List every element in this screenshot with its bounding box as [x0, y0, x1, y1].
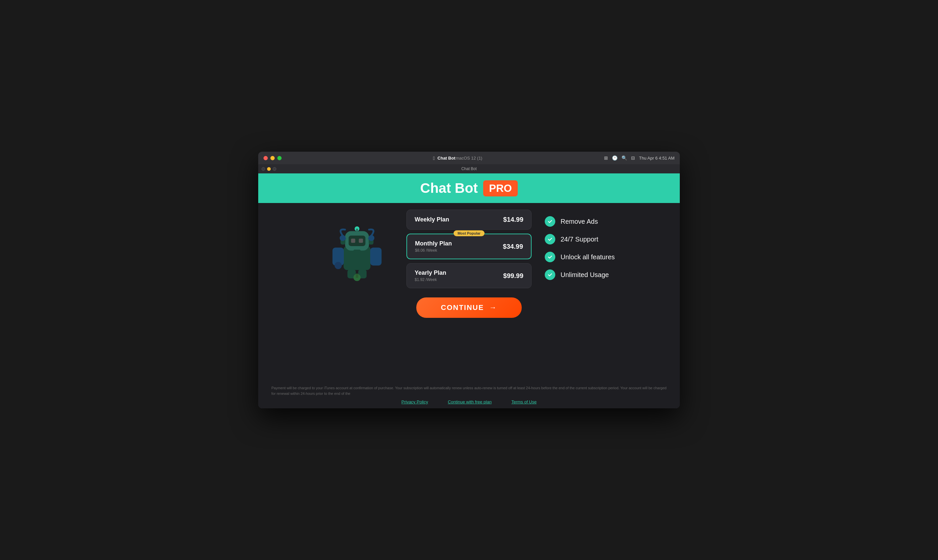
monthly-plan-name: Monthly Plan [415, 240, 452, 247]
app-menu-name: Chat Bot [437, 155, 455, 160]
app-close-button[interactable] [262, 167, 265, 171]
app-content: Chat Bot PRO [258, 173, 680, 408]
svg-rect-3 [351, 238, 355, 243]
app-minimize-button[interactable] [267, 167, 271, 171]
system-close-button[interactable] [264, 156, 268, 160]
svg-rect-9 [370, 248, 382, 266]
footer-disclaimer: Payment will be charged to your iTunes a… [272, 385, 666, 397]
search-icon: 🔍 [622, 155, 627, 160]
svg-rect-7 [353, 250, 361, 253]
weekly-plan-price: $14.99 [503, 216, 523, 223]
plan-info-monthly: Monthly Plan $8.06 /Week [415, 240, 452, 253]
app-fullscreen-button[interactable] [273, 167, 276, 171]
macos-window:  Chat Bot macOS 12 (1) ⊞ 🕐 🔍 ⊟ Thu Apr … [258, 152, 680, 408]
feature-text-unlock-all: Unlock all features [560, 253, 615, 261]
system-titlebar:  Chat Bot macOS 12 (1) ⊞ 🕐 🔍 ⊟ Thu Apr … [258, 152, 680, 164]
system-maximize-button[interactable] [277, 156, 282, 160]
continue-button[interactable]: CONTINUE → [416, 297, 522, 318]
app-titlebar: Chat Bot [258, 164, 680, 173]
monthly-plan-subtitle: $8.06 /Week [415, 248, 452, 253]
privacy-policy-link[interactable]: Privacy Policy [401, 400, 428, 405]
svg-point-16 [369, 235, 375, 241]
most-popular-badge: Most Popular [454, 230, 484, 236]
yearly-plan-card[interactable]: Yearly Plan $1.92 /Week $99.99 [406, 263, 532, 288]
plans-container: Weekly Plan $14.99 Most Popular Monthly … [406, 209, 532, 292]
yearly-plan-subtitle: $1.92 /Week [415, 277, 446, 282]
robot-illustration [321, 209, 393, 282]
plan-info-yearly: Yearly Plan $1.92 /Week [415, 269, 446, 282]
continue-label: CONTINUE [441, 303, 484, 312]
check-icon-247-support [545, 234, 555, 245]
feature-remove-ads: Remove Ads [545, 216, 617, 227]
monthly-plan-card[interactable]: Most Popular Monthly Plan $8.06 /Week $3… [406, 234, 532, 259]
time-icon: 🕐 [612, 155, 617, 160]
system-menu-area:  Chat Bot [433, 155, 455, 161]
window-title: macOS 12 (1) [456, 155, 483, 160]
main-body: Weekly Plan $14.99 Most Popular Monthly … [258, 203, 680, 385]
check-icon-unlock-all [545, 252, 555, 262]
feature-unlimited-usage: Unlimited Usage [545, 269, 617, 280]
feature-text-remove-ads: Remove Ads [560, 218, 598, 225]
yearly-plan-name: Yearly Plan [415, 269, 446, 276]
system-minimize-button[interactable] [270, 156, 275, 160]
grid-icon: ⊞ [604, 155, 608, 160]
continue-arrow-icon: → [489, 303, 497, 312]
monthly-plan-price: $34.99 [503, 243, 523, 251]
footer-section: Payment will be charged to your iTunes a… [258, 385, 680, 408]
system-status-bar: ⊞ 🕐 🔍 ⊟ Thu Apr 6 4:51 AM [604, 155, 674, 160]
content-row: Weekly Plan $14.99 Most Popular Monthly … [272, 209, 666, 379]
apple-icon:  [433, 155, 435, 161]
weekly-plan-name: Weekly Plan [415, 216, 449, 223]
header-app-name: Chat Bot [420, 180, 478, 196]
footer-links: Privacy Policy Continue with free plan T… [272, 400, 666, 405]
continue-section: CONTINUE → [416, 297, 522, 318]
app-traffic-lights [262, 167, 276, 171]
feature-247-support: 24/7 Support [545, 234, 617, 245]
terms-of-use-link[interactable]: Terms of Use [512, 400, 537, 405]
header-banner: Chat Bot PRO [258, 173, 680, 203]
svg-point-10 [335, 262, 342, 269]
app-titlebar-title: Chat Bot [461, 166, 477, 171]
check-icon-unlimited-usage [545, 269, 555, 280]
feature-text-247-support: 24/7 Support [560, 235, 599, 243]
continue-free-plan-link[interactable]: Continue with free plan [448, 400, 492, 405]
feature-unlock-all: Unlock all features [545, 252, 617, 262]
app-window: Chat Bot Chat Bot PRO [258, 164, 680, 408]
features-list: Remove Ads 24/7 Support [545, 209, 617, 280]
plan-info-weekly: Weekly Plan [415, 216, 449, 223]
header-title-group: Chat Bot PRO [420, 180, 518, 197]
pro-badge: PRO [483, 180, 518, 197]
svg-rect-18 [356, 274, 358, 278]
weekly-plan-card[interactable]: Weekly Plan $14.99 [406, 209, 532, 230]
system-time: Thu Apr 6 4:51 AM [639, 155, 674, 160]
feature-text-unlimited-usage: Unlimited Usage [560, 271, 609, 279]
yearly-plan-price: $99.99 [503, 272, 523, 280]
svg-rect-4 [359, 238, 363, 243]
svg-rect-14 [356, 229, 358, 232]
svg-point-15 [339, 235, 346, 241]
control-center-icon: ⊟ [631, 155, 635, 160]
system-traffic-lights [264, 156, 282, 160]
check-icon-remove-ads [545, 216, 555, 227]
